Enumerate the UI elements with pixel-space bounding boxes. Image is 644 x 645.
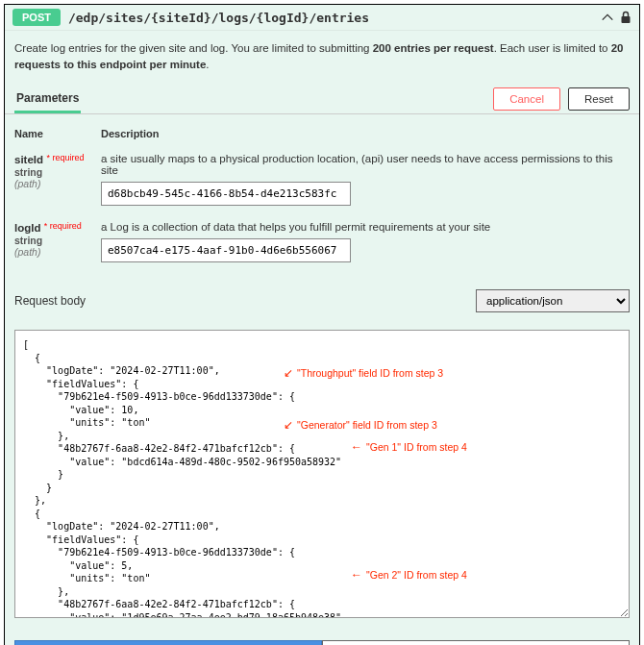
endpoint-header[interactable]: POST /edp/sites/{siteId}/logs/{logId}/en… [5, 5, 639, 30]
desc-text-pre: Create log entries for the given site an… [14, 42, 373, 54]
parameters-table: Name Description siteId * required strin… [5, 114, 639, 282]
request-body-label: Request body [14, 294, 86, 308]
svg-rect-0 [622, 16, 631, 23]
siteid-input[interactable] [101, 182, 351, 206]
reset-button[interactable]: Reset [568, 87, 630, 111]
required-indicator: * required [46, 153, 84, 162]
http-method-badge: POST [12, 9, 61, 26]
logid-input[interactable] [101, 238, 351, 262]
desc-bold-1: 200 entries per request [373, 42, 494, 54]
parameters-bar: Parameters Cancel Reset [5, 84, 639, 114]
endpoint-path: /edp/sites/{siteId}/logs/{logId}/entries [68, 11, 593, 25]
param-location: (path) [14, 246, 101, 258]
request-body-area: ↙ "Throughput" field ID from step 3 ↙ "G… [5, 320, 639, 631]
required-indicator: * required [44, 221, 82, 231]
param-location: (path) [14, 178, 101, 189]
endpoint-block: POST /edp/sites/{siteId}/logs/{logId}/en… [4, 4, 640, 645]
param-row-logid: logId * required string (path) a Log is … [14, 215, 630, 272]
content-type-select[interactable]: application/json [476, 289, 630, 312]
param-row-siteid: siteId * required string (path) a site u… [14, 147, 630, 215]
param-description: a site usually maps to a physical produc… [101, 153, 630, 176]
desc-text-mid: . Each user is limited to [494, 42, 611, 54]
request-body-textarea[interactable] [14, 330, 630, 618]
param-name: logId [14, 222, 40, 234]
param-name: siteId [14, 154, 43, 165]
col-header-description: Description [101, 128, 630, 139]
request-body-bar: Request body application/json [5, 282, 639, 320]
col-header-name: Name [14, 128, 101, 139]
desc-text-post: . [206, 59, 209, 70]
parameters-tab: Parameters [14, 84, 81, 113]
clear-button[interactable]: Clear [322, 640, 630, 645]
chevron-up-icon[interactable] [601, 11, 614, 24]
action-buttons: Execute Clear [5, 631, 639, 645]
param-description: a Log is a collection of data that helps… [101, 221, 630, 233]
endpoint-description: Create log entries for the given site an… [5, 30, 639, 84]
param-type: string [14, 166, 101, 178]
execute-button[interactable]: Execute [14, 640, 322, 645]
lock-icon[interactable] [620, 11, 632, 24]
param-type: string [14, 235, 101, 246]
cancel-button[interactable]: Cancel [493, 87, 560, 111]
